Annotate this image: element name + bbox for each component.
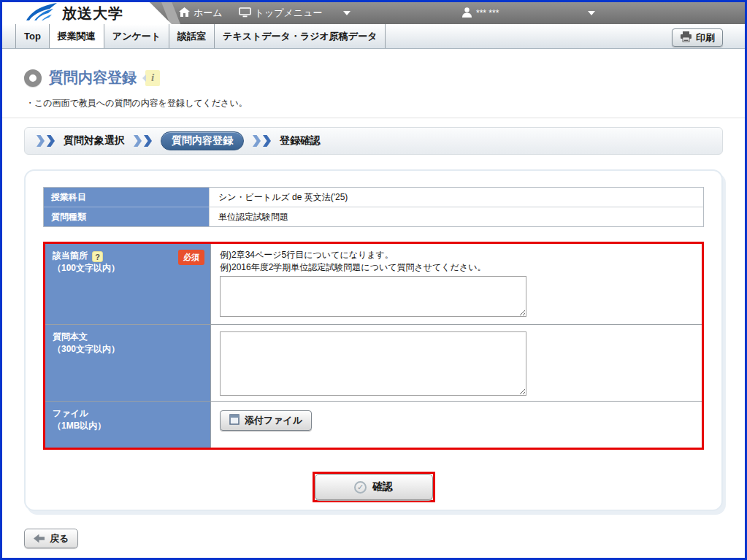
- body-label-cell: 質問本文 （300文字以内）: [45, 325, 210, 401]
- step-indicator: 質問対象選択 質問内容登録 登録確認: [24, 127, 723, 155]
- body-limit: （300文字以内）: [53, 343, 203, 356]
- help-icon[interactable]: ?: [92, 251, 103, 262]
- step-chevron-icon: [253, 135, 271, 147]
- global-header: 放送大学 ホーム トップメニュー *** ***: [2, 2, 745, 24]
- step-confirm: 登録確認: [280, 134, 321, 147]
- print-label: 印刷: [696, 31, 715, 45]
- file-limit: （1MB以内）: [53, 420, 203, 432]
- brand-swoosh-icon: [26, 2, 58, 24]
- info-icon[interactable]: i: [145, 70, 160, 86]
- tab-top[interactable]: Top: [15, 24, 50, 48]
- title-circle-icon: [24, 69, 42, 87]
- step-chevron-icon: [134, 135, 152, 147]
- location-example-2: 例)2016年度2学期単位認定試験問題について質問させてください。: [220, 261, 693, 274]
- topmenu-link[interactable]: トップメニュー: [239, 7, 351, 20]
- location-textarea[interactable]: [220, 276, 526, 317]
- body-value-cell: [210, 325, 702, 401]
- step-register-content-active: 質問内容登録: [161, 131, 244, 150]
- user-menu[interactable]: *** ***: [462, 2, 499, 24]
- tab-lounge[interactable]: 談話室: [169, 24, 215, 48]
- file-value-cell: 添付ファイル: [210, 402, 702, 448]
- tab-survey[interactable]: アンケート: [104, 24, 169, 48]
- tab-class-related[interactable]: 授業関連: [50, 24, 104, 48]
- highlight-box-form: 該当箇所? 必須 （100文字以内） 例)2章34ページ5行目についてになります…: [43, 242, 704, 450]
- monitor-icon: [239, 7, 251, 20]
- home-link[interactable]: ホーム: [179, 7, 223, 20]
- confirm-area: ✓ 確認: [26, 472, 721, 502]
- body-textarea[interactable]: [220, 331, 526, 396]
- user-icon: [462, 7, 472, 20]
- user-chevron-down-icon[interactable]: [588, 11, 595, 15]
- required-badge: 必須: [178, 250, 204, 265]
- document-icon: [229, 414, 240, 427]
- question-type-value: 単位認定試験問題: [209, 207, 703, 226]
- check-circle-icon: ✓: [354, 481, 367, 494]
- course-info-table: 授業科目 シン・ビートルズ de 英文法('25) 質問種類 単位認定試験問題: [43, 187, 704, 227]
- confirm-button[interactable]: ✓ 確認: [315, 474, 433, 500]
- highlight-box-confirm: ✓ 確認: [313, 472, 435, 502]
- tab-text-radio-data[interactable]: テキストデータ・ラジオ原稿データ: [215, 24, 386, 48]
- divider: [2, 118, 745, 118]
- main-panel: 授業科目 シン・ビートルズ de 英文法('25) 質問種類 単位認定試験問題 …: [24, 169, 723, 511]
- file-label-cell: ファイル （1MB以内）: [45, 402, 210, 448]
- attach-file-label: 添付ファイル: [245, 414, 302, 427]
- topmenu-label: トップメニュー: [255, 7, 323, 20]
- brand-logo[interactable]: 放送大学: [2, 2, 172, 24]
- user-name-masked: *** ***: [476, 8, 499, 18]
- confirm-label: 確認: [372, 480, 393, 494]
- body-label: 質問本文: [53, 331, 88, 342]
- back-arrow-icon: [34, 534, 45, 543]
- home-label: ホーム: [194, 7, 223, 20]
- printer-icon: [680, 31, 692, 45]
- topmenu-chevron-down-icon[interactable]: [343, 11, 350, 15]
- location-label-cell: 該当箇所? 必須 （100文字以内）: [45, 244, 210, 324]
- table-row: 授業科目 シン・ビートルズ de 英文法('25): [44, 188, 703, 207]
- tab-bar: Top 授業関連 アンケート 談話室 テキストデータ・ラジオ原稿データ 印刷: [2, 24, 745, 49]
- attach-file-button[interactable]: 添付ファイル: [220, 410, 312, 431]
- file-label: ファイル: [53, 408, 88, 418]
- back-button[interactable]: 戻る: [24, 529, 78, 548]
- step-select-target: 質問対象選択: [64, 134, 125, 147]
- home-icon: [179, 7, 190, 19]
- application-window: 放送大学 ホーム トップメニュー *** ***: [0, 0, 747, 560]
- table-row: 質問本文 （300文字以内）: [45, 324, 702, 401]
- page-title: 質問内容登録: [49, 68, 137, 88]
- course-subject-label: 授業科目: [44, 188, 209, 207]
- back-label: 戻る: [50, 532, 69, 545]
- course-subject-value: シン・ビートルズ de 英文法('25): [209, 188, 703, 207]
- location-value-cell: 例)2章34ページ5行目についてになります。 例)2016年度2学期単位認定試験…: [210, 244, 702, 324]
- question-type-label: 質問種類: [44, 207, 209, 226]
- page-description: ・この画面で教員への質問の内容を登録してください。: [26, 97, 745, 110]
- location-label: 該当箇所: [53, 250, 88, 261]
- location-example-1: 例)2章34ページ5行目についてになります。: [220, 249, 693, 261]
- page-title-row: 質問内容登録 i: [24, 68, 745, 88]
- table-row: 該当箇所? 必須 （100文字以内） 例)2章34ページ5行目についてになります…: [45, 244, 702, 324]
- brand-name: 放送大学: [62, 4, 123, 23]
- table-row: 質問種類 単位認定試験問題: [44, 207, 703, 226]
- print-button[interactable]: 印刷: [672, 28, 723, 47]
- step-chevron-icon: [37, 135, 55, 147]
- global-nav: ホーム トップメニュー: [172, 2, 350, 24]
- table-row: ファイル （1MB以内） 添付ファイル: [45, 401, 702, 448]
